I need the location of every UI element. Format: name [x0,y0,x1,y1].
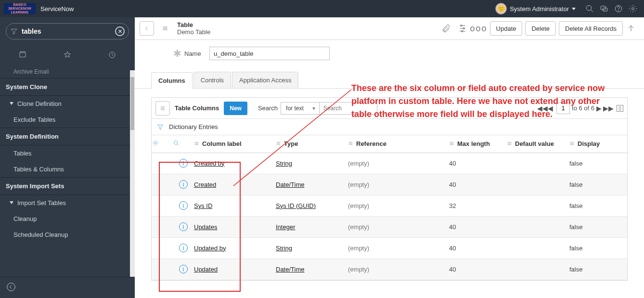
cell-type[interactable]: String [276,245,292,252]
dictionary-entries-label[interactable]: Dictionary Entries [169,123,218,130]
update-button[interactable]: Update [490,21,523,36]
cell-type[interactable]: String [276,160,292,167]
prev-record-icon[interactable] [625,22,637,35]
nav-item-cleanup[interactable]: Cleanup [0,211,135,227]
nav-item-tables[interactable]: Tables [0,145,135,161]
nav-list: Archive Email System Clone Clone Definit… [0,66,135,277]
nav-sidebar: ✕ Archive Email System Clone Clone Defin… [0,17,135,298]
nav-item-tables-columns[interactable]: Tables & Columns [0,161,135,177]
cell-column-label[interactable]: Sys ID [194,202,212,209]
cell-column-label[interactable]: Created [194,181,216,188]
info-icon[interactable]: i [179,265,188,273]
attachment-icon[interactable] [440,22,452,35]
name-field[interactable] [209,47,330,60]
nav-filter-clear-icon[interactable]: ✕ [115,26,125,36]
nav-group-import-set-tables[interactable]: Import Set Tables [0,195,135,211]
col-menu-icon[interactable] [569,140,575,147]
nav-group-label: Clone Definition [17,100,62,107]
th-reference[interactable]: Reference [356,140,386,147]
cell-max-length: 40 [449,181,456,188]
personalize-columns-icon[interactable] [152,141,159,148]
th-default-value[interactable]: Default value [515,140,554,147]
cell-reference: (empty) [348,202,369,209]
cell-max-length: 40 [449,245,456,252]
new-button[interactable]: New [224,102,247,115]
col-menu-icon[interactable] [348,140,353,147]
columns-table: Column label Type Reference Max length D… [152,135,627,280]
list-menu-icon[interactable] [155,101,170,116]
nav-item-scheduled-cleanup[interactable]: Scheduled Cleanup [0,227,135,243]
table-row: iUpdatesInteger(empty)40false [152,216,627,237]
svg-rect-7 [20,53,26,57]
app-banner: BASICO SERVICENOW LEARNING ServiceNow 🙂 … [0,0,644,17]
nav-tab-history-icon[interactable] [108,51,116,61]
cell-column-label[interactable]: Updated by [194,245,226,252]
collapse-nav-icon[interactable] [6,282,16,294]
form-menu-icon[interactable] [158,21,172,36]
cell-reference: (empty) [348,223,369,231]
global-search-icon[interactable] [585,4,594,13]
nav-section-system-definition[interactable]: System Definition [0,128,135,145]
nav-filter: ✕ [6,23,129,39]
user-name[interactable]: System Administrator [510,5,569,13]
name-label: Name [184,50,209,57]
cell-type[interactable]: Date/Time [276,181,304,188]
svg-line-1 [591,10,593,12]
chevron-down-icon [10,201,13,204]
svg-point-5 [618,10,619,11]
cell-column-label[interactable]: Updates [194,223,217,231]
back-button[interactable] [140,21,154,36]
cell-column-label[interactable]: Created by [194,160,225,167]
info-icon[interactable]: i [179,222,188,231]
nav-item-truncated[interactable]: Archive Email [0,66,135,78]
th-column-label[interactable]: Column label [202,140,242,147]
svg-point-25 [174,141,178,144]
nav-filter-input[interactable] [21,27,115,36]
nav-group-clone-definition[interactable]: Clone Definition [0,96,135,112]
settings-gear-icon[interactable] [628,4,638,13]
tab-application-access[interactable]: Application Access [232,72,298,88]
th-display[interactable]: Display [578,140,600,147]
cell-reference: (empty) [348,245,369,252]
chat-icon[interactable] [599,4,609,13]
sidebar-scrollbar[interactable] [130,70,135,277]
nav-section-system-import-sets[interactable]: System Import Sets [0,177,135,195]
cell-display: false [569,181,582,188]
cell-display: false [569,245,582,252]
cell-reference: (empty) [348,266,369,273]
tab-controls[interactable]: Controls [193,72,231,88]
delete-all-button[interactable]: Delete All Records [559,21,623,36]
help-icon[interactable] [614,4,623,13]
cell-max-length: 40 [449,266,456,273]
nav-tab-all-icon[interactable] [18,51,27,61]
annotation-text: These are the six column or field auto c… [351,82,621,121]
avatar[interactable]: 🙂 [495,3,507,14]
cell-type[interactable]: Integer [276,223,295,231]
col-menu-icon[interactable] [449,140,454,147]
delete-button[interactable]: Delete [525,21,556,36]
cell-column-label[interactable]: Updated [194,266,218,273]
table-row: iCreatedDate/Time(empty)40false [152,174,627,195]
info-icon[interactable]: i [179,159,188,168]
more-actions-icon[interactable]: ooo [473,22,485,35]
cell-display: false [569,223,582,231]
search-mode-select[interactable]: for text▾ [281,102,320,115]
cell-type[interactable]: Sys ID (GUID) [276,202,316,209]
th-type[interactable]: Type [284,140,298,147]
cell-type[interactable]: Date/Time [276,266,304,273]
form-subtitle: Demo Table [177,28,210,36]
user-menu-caret-icon[interactable] [572,8,576,10]
col-menu-icon[interactable] [507,140,512,147]
col-menu-icon[interactable] [194,140,199,147]
required-asterisk-icon: ✱ [173,48,181,59]
list-search-icon[interactable] [173,141,180,148]
info-icon[interactable]: i [179,201,188,210]
nav-section-system-clone[interactable]: System Clone [0,78,135,96]
col-menu-icon[interactable] [276,140,281,147]
nav-item-exclude-tables[interactable]: Exclude Tables [0,112,135,128]
tab-columns[interactable]: Columns [151,72,193,89]
info-icon[interactable]: i [179,244,188,252]
info-icon[interactable]: i [179,180,188,189]
th-max-length[interactable]: Max length [457,140,490,147]
nav-tab-favorites-icon[interactable] [63,51,72,61]
